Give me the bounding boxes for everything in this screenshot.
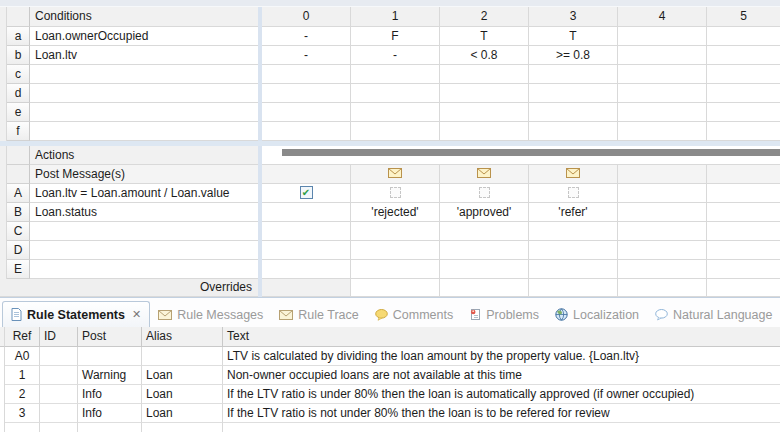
action-expression-D[interactable] — [30, 241, 258, 260]
action-cell[interactable] — [440, 184, 529, 203]
condition-cell[interactable] — [440, 65, 529, 84]
condition-cell[interactable] — [351, 65, 440, 84]
condition-cell[interactable]: T — [440, 27, 529, 46]
condition-cell[interactable] — [618, 46, 707, 65]
row-header-D[interactable]: D — [7, 241, 30, 260]
row-header-a[interactable]: a — [7, 27, 30, 46]
row-header-B[interactable]: B — [7, 203, 30, 222]
column-header-3[interactable]: 3 — [529, 7, 618, 27]
row-header-b[interactable]: b — [7, 46, 30, 65]
post-message-cell[interactable] — [618, 165, 707, 184]
action-expression-B[interactable]: Loan.status — [30, 203, 258, 222]
condition-cell[interactable] — [351, 103, 440, 122]
post-message-cell[interactable] — [262, 165, 351, 184]
post-message-cell[interactable] — [351, 165, 440, 184]
action-expression-C[interactable] — [30, 222, 258, 241]
override-cell[interactable] — [262, 279, 351, 297]
column-header-2[interactable]: 2 — [440, 7, 529, 27]
condition-expression-c[interactable] — [30, 65, 258, 84]
condition-expression-b[interactable]: Loan.ltv — [30, 46, 258, 65]
action-cell[interactable] — [529, 260, 618, 279]
statement-alias[interactable]: Loan — [142, 385, 223, 404]
condition-cell[interactable] — [529, 84, 618, 103]
column-header-1[interactable]: 1 — [351, 7, 440, 27]
tab-comments[interactable]: Comments — [367, 302, 461, 327]
condition-cell[interactable]: - — [262, 46, 351, 65]
action-cell[interactable]: 'approved' — [440, 203, 529, 222]
action-cell[interactable] — [351, 184, 440, 203]
action-cell[interactable] — [707, 260, 780, 279]
override-cell[interactable] — [529, 279, 618, 297]
override-cell[interactable] — [351, 279, 440, 297]
statement-id[interactable] — [40, 404, 78, 423]
condition-cell[interactable] — [618, 103, 707, 122]
row-header-A[interactable]: A — [7, 184, 30, 203]
action-cell[interactable] — [529, 184, 618, 203]
tab-rule-messages[interactable]: Rule Messages — [150, 302, 271, 327]
row-header-C[interactable]: C — [7, 222, 30, 241]
condition-cell[interactable] — [440, 122, 529, 141]
statement-row[interactable]: 3 Info Loan If the LTV ratio is not unde… — [0, 404, 780, 423]
condition-cell[interactable] — [618, 27, 707, 46]
checkbox-checked-icon[interactable]: ✔ — [300, 186, 313, 199]
tab-problems[interactable]: Problems — [461, 302, 547, 327]
override-cell[interactable] — [618, 279, 707, 297]
action-cell[interactable] — [707, 241, 780, 260]
action-cell[interactable] — [440, 222, 529, 241]
action-cell[interactable] — [529, 222, 618, 241]
condition-cell[interactable] — [440, 103, 529, 122]
condition-cell[interactable] — [618, 65, 707, 84]
statement-alias[interactable] — [142, 347, 223, 366]
statement-id[interactable] — [40, 366, 78, 385]
statement-text[interactable]: LTV is calculated by dividing the loan a… — [223, 347, 780, 366]
override-cell[interactable] — [440, 279, 529, 297]
condition-cell[interactable]: - — [351, 46, 440, 65]
action-cell[interactable] — [262, 222, 351, 241]
condition-cell[interactable] — [440, 84, 529, 103]
statement-row[interactable]: A0 LTV is calculated by dividing the loa… — [0, 347, 780, 366]
condition-expression-a[interactable]: Loan.ownerOccupied — [30, 27, 258, 46]
statement-row[interactable]: 2 Info Loan If the LTV ratio is under 80… — [0, 385, 780, 404]
condition-cell[interactable] — [707, 103, 780, 122]
action-cell[interactable] — [618, 260, 707, 279]
tab-rule-statements[interactable]: Rule Statements ✕ — [2, 301, 150, 327]
condition-cell[interactable] — [262, 122, 351, 141]
action-cell[interactable] — [529, 241, 618, 260]
condition-cell[interactable] — [707, 84, 780, 103]
checkbox-empty-icon[interactable] — [568, 187, 579, 198]
tab-localization[interactable]: Localization — [547, 302, 647, 327]
column-header-4[interactable]: 4 — [618, 7, 707, 27]
horizontal-scrollbar[interactable] — [282, 149, 780, 156]
row-header-e[interactable]: e — [7, 103, 30, 122]
condition-cell[interactable] — [707, 27, 780, 46]
condition-cell[interactable] — [707, 65, 780, 84]
condition-cell[interactable] — [262, 65, 351, 84]
envelope-icon[interactable] — [477, 168, 491, 178]
action-expression-E[interactable] — [30, 260, 258, 279]
column-header-5[interactable]: 5 — [707, 7, 780, 27]
action-cell[interactable]: 'refer' — [529, 203, 618, 222]
action-cell[interactable] — [351, 260, 440, 279]
statement-alias[interactable]: Loan — [142, 404, 223, 423]
statement-ref[interactable]: 2 — [5, 385, 40, 404]
close-icon[interactable]: ✕ — [132, 308, 141, 321]
action-cell[interactable] — [262, 260, 351, 279]
condition-expression-d[interactable] — [30, 84, 258, 103]
action-cell[interactable] — [262, 241, 351, 260]
action-cell[interactable] — [618, 241, 707, 260]
action-cell[interactable] — [351, 241, 440, 260]
condition-cell[interactable] — [262, 84, 351, 103]
condition-cell[interactable]: F — [351, 27, 440, 46]
condition-cell[interactable] — [351, 84, 440, 103]
statement-ref[interactable]: A0 — [5, 347, 40, 366]
condition-cell[interactable] — [529, 103, 618, 122]
statement-post[interactable]: Warning — [78, 366, 142, 385]
column-header-0[interactable]: 0 — [262, 7, 351, 27]
row-header-f[interactable]: f — [7, 122, 30, 141]
condition-cell[interactable]: T — [529, 27, 618, 46]
statement-row[interactable]: 1 Warning Loan Non-owner occupied loans … — [0, 366, 780, 385]
condition-cell[interactable] — [618, 122, 707, 141]
post-message-cell[interactable] — [440, 165, 529, 184]
tab-natural-language[interactable]: Natural Language — [647, 302, 780, 327]
condition-cell[interactable] — [618, 84, 707, 103]
